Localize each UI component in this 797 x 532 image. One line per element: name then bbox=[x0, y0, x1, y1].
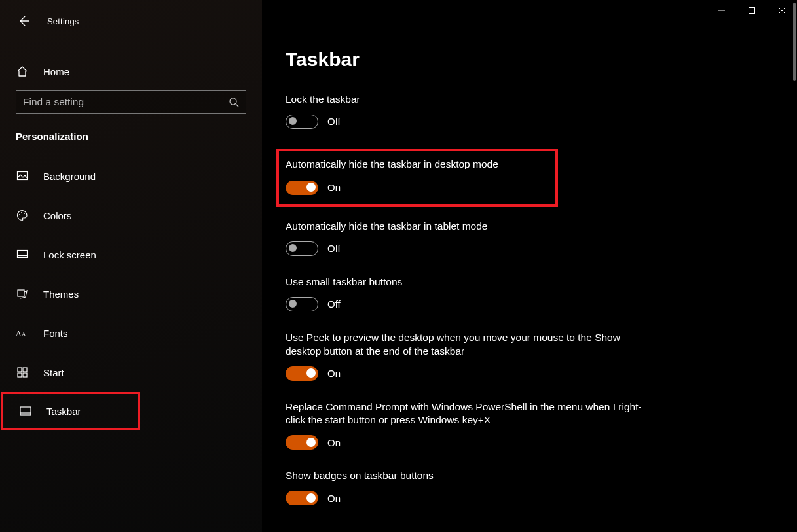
svg-rect-19 bbox=[20, 407, 31, 415]
close-button[interactable] bbox=[767, 0, 797, 21]
setting-lock-taskbar: Lock the taskbar Off bbox=[286, 93, 652, 129]
setting-label: Automatically hide the taskbar in deskto… bbox=[286, 158, 546, 171]
sidebar-item-start[interactable]: Start bbox=[0, 353, 262, 392]
toggle-powershell[interactable] bbox=[286, 435, 318, 450]
start-icon bbox=[16, 367, 29, 378]
content-pane: Taskbar Lock the taskbar Off Automatical… bbox=[262, 0, 797, 532]
setting-powershell: Replace Command Prompt with Windows Powe… bbox=[286, 400, 652, 450]
home-nav[interactable]: Home bbox=[0, 56, 262, 86]
svg-text:A: A bbox=[22, 331, 26, 338]
maximize-button[interactable] bbox=[737, 0, 767, 21]
sidebar-item-background[interactable]: Background bbox=[0, 156, 262, 196]
setting-small-buttons: Use small taskbar buttons Off bbox=[286, 275, 652, 311]
setting-autohide-tablet: Automatically hide the taskbar in tablet… bbox=[286, 220, 652, 256]
svg-point-8 bbox=[21, 212, 22, 213]
sidebar-item-colors[interactable]: Colors bbox=[0, 196, 262, 235]
toggle-state: Off bbox=[327, 298, 341, 310]
toggle-state: On bbox=[327, 182, 341, 193]
sidebar-item-label: Fonts bbox=[43, 328, 68, 339]
setting-label: Use Peek to preview the desktop when you… bbox=[286, 331, 652, 359]
toggle-small-buttons[interactable] bbox=[286, 297, 318, 311]
toggle-autohide-desktop[interactable] bbox=[286, 181, 318, 195]
svg-rect-6 bbox=[18, 172, 28, 180]
sidebar-item-label: Background bbox=[43, 171, 96, 182]
sidebar-item-label: Taskbar bbox=[46, 406, 81, 417]
setting-label: Automatically hide the taskbar in tablet… bbox=[286, 220, 652, 234]
sidebar-item-label: Start bbox=[43, 367, 64, 378]
sidebar-item-label: Themes bbox=[43, 289, 79, 300]
sidebar-item-lock-screen[interactable]: Lock screen bbox=[0, 235, 262, 274]
sidebar-item-fonts[interactable]: AA Fonts bbox=[0, 313, 262, 353]
sidebar-item-label: Colors bbox=[43, 210, 71, 221]
sidebar-item-taskbar[interactable]: Taskbar bbox=[1, 392, 140, 430]
svg-rect-10 bbox=[18, 251, 28, 258]
svg-rect-16 bbox=[23, 368, 27, 372]
setting-peek: Use Peek to preview the desktop when you… bbox=[286, 331, 652, 381]
themes-icon bbox=[16, 288, 29, 300]
toggle-lock-taskbar[interactable] bbox=[286, 115, 318, 129]
toggle-state: On bbox=[327, 493, 341, 504]
back-button[interactable] bbox=[16, 13, 31, 29]
sidebar-item-label: Lock screen bbox=[43, 249, 96, 260]
search-box[interactable] bbox=[16, 90, 246, 114]
svg-rect-12 bbox=[18, 290, 24, 296]
svg-rect-1 bbox=[749, 8, 755, 14]
setting-autohide-desktop: Automatically hide the taskbar in deskto… bbox=[276, 149, 558, 207]
sidebar: Settings Home Personalization Background bbox=[0, 0, 262, 532]
minimize-button[interactable] bbox=[707, 0, 737, 21]
setting-label: Lock the taskbar bbox=[286, 93, 652, 107]
svg-rect-15 bbox=[18, 368, 22, 372]
svg-line-5 bbox=[236, 104, 238, 107]
category-title: Personalization bbox=[0, 127, 262, 156]
toggle-badges[interactable] bbox=[286, 491, 318, 505]
palette-icon bbox=[16, 209, 29, 221]
toggle-state: Off bbox=[327, 116, 341, 127]
taskbar-icon bbox=[19, 406, 32, 416]
svg-rect-17 bbox=[18, 373, 22, 377]
lock-screen-icon bbox=[16, 249, 29, 260]
search-icon bbox=[229, 97, 239, 107]
search-input[interactable] bbox=[23, 96, 219, 108]
home-label: Home bbox=[43, 66, 69, 77]
setting-label: Use small taskbar buttons bbox=[286, 275, 652, 289]
home-icon bbox=[16, 65, 29, 77]
toggle-state: Off bbox=[327, 243, 341, 254]
svg-point-9 bbox=[24, 213, 25, 214]
window-controls bbox=[707, 0, 797, 21]
toggle-peek[interactable] bbox=[286, 366, 318, 381]
svg-text:A: A bbox=[16, 329, 22, 338]
image-icon bbox=[16, 170, 29, 182]
toggle-autohide-tablet[interactable] bbox=[286, 241, 318, 256]
setting-badges: Show badges on taskbar buttons On bbox=[286, 469, 652, 505]
app-title: Settings bbox=[47, 16, 79, 26]
toggle-state: On bbox=[327, 368, 341, 379]
fonts-icon: AA bbox=[16, 328, 29, 338]
toggle-state: On bbox=[327, 437, 341, 448]
svg-point-4 bbox=[230, 98, 236, 105]
setting-label: Replace Command Prompt with Windows Powe… bbox=[286, 400, 652, 428]
svg-rect-18 bbox=[23, 373, 27, 377]
svg-point-7 bbox=[19, 214, 20, 215]
setting-label: Show badges on taskbar buttons bbox=[286, 469, 652, 483]
page-title: Taskbar bbox=[286, 48, 773, 71]
sidebar-item-themes[interactable]: Themes bbox=[0, 274, 262, 313]
